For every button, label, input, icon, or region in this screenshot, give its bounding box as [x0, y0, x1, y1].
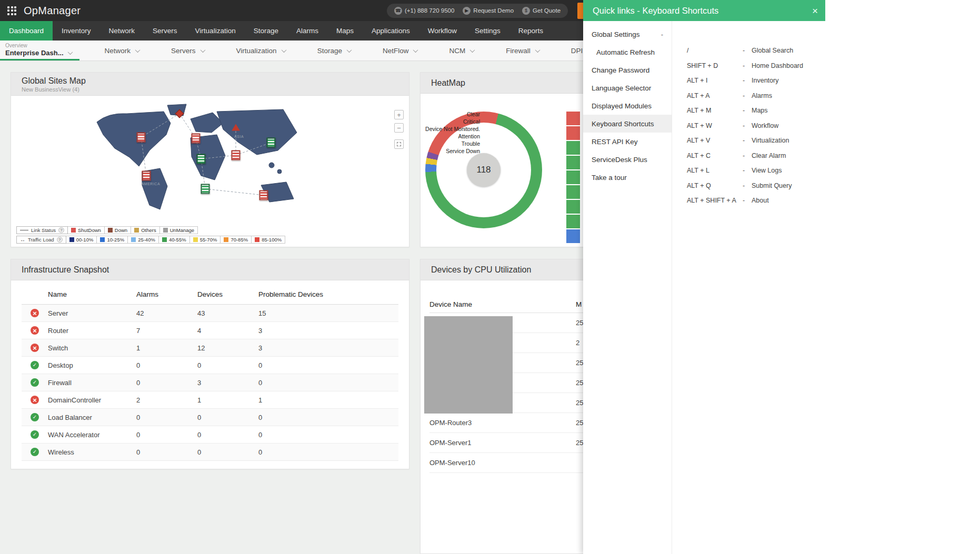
- zoom-in-button[interactable]: +: [394, 110, 404, 119]
- help-icon[interactable]: ?: [58, 227, 64, 233]
- quicklinks-menu-item[interactable]: Keyboard Shortcuts: [583, 115, 672, 133]
- heatmap-legend-label: Device Not Monitored.: [421, 125, 480, 133]
- nav-item[interactable]: Settings: [466, 21, 509, 41]
- subnav-item-label: Firewall: [506, 47, 531, 55]
- status-icon: [31, 344, 39, 352]
- device-category-link[interactable]: Router: [48, 327, 136, 335]
- quicklinks-menu-item[interactable]: Take a tour: [583, 168, 672, 186]
- device-name-link[interactable]: OPM-Server10: [429, 459, 576, 467]
- heatmap-cell[interactable]: [566, 126, 580, 140]
- quicklinks-menu-item[interactable]: Language Selector: [583, 79, 672, 97]
- device-category-link[interactable]: WAN Accelerator: [48, 431, 136, 439]
- legend-item: Others: [131, 226, 160, 234]
- device-marker-icon[interactable]: [267, 138, 276, 148]
- apps-grid-icon[interactable]: [7, 6, 16, 15]
- subnav-overview-tab[interactable]: Overview Enterprise Dash...: [0, 41, 79, 61]
- subnav-item[interactable]: Network: [89, 41, 156, 61]
- zoom-out-button[interactable]: −: [394, 123, 404, 133]
- get-quote-link[interactable]: $ Get Quote: [522, 7, 561, 15]
- nav-item[interactable]: Reports: [509, 21, 552, 41]
- device-category-link[interactable]: Load Balancer: [48, 414, 136, 421]
- heatmap-cell[interactable]: [566, 156, 580, 169]
- device-marker-icon[interactable]: [232, 150, 241, 160]
- shortcut-keys: /: [687, 47, 743, 54]
- map-zoom-controls: + −: [394, 110, 404, 149]
- world-map[interactable]: ASIAAMERICA: [87, 102, 314, 234]
- nav-item[interactable]: Alarms: [287, 21, 327, 41]
- table-row[interactable]: Firewall 0 3 0: [22, 374, 398, 391]
- subnav-item-label: DPI: [571, 47, 583, 55]
- help-icon[interactable]: ?: [57, 237, 63, 243]
- nav-item-label: Servers: [153, 27, 177, 35]
- device-name-link[interactable]: OPM-Server1: [429, 439, 576, 447]
- nav-item[interactable]: Storage: [245, 21, 287, 41]
- heatmap-cell[interactable]: [566, 200, 580, 214]
- device-marker-icon[interactable]: [259, 190, 268, 200]
- device-marker-icon[interactable]: [191, 134, 200, 144]
- device-category-link[interactable]: Server: [48, 309, 136, 317]
- nav-item[interactable]: Virtualization: [186, 21, 245, 41]
- quicklinks-menu-item[interactable]: Change Password: [583, 61, 672, 79]
- nav-item[interactable]: Dashboard: [0, 21, 53, 41]
- heatmap-legend-label: Trouble: [421, 140, 480, 147]
- device-category-link[interactable]: Firewall: [48, 379, 136, 387]
- quicklinks-menu-item[interactable]: ServiceDesk Plus: [583, 150, 672, 168]
- status-icon: [31, 309, 39, 317]
- nav-item[interactable]: Applications: [363, 21, 419, 41]
- device-category-link[interactable]: Wireless: [48, 448, 136, 456]
- shortcut-row: ALT + I - Inventory: [687, 73, 861, 88]
- table-row[interactable]: Router 7 4 3: [22, 322, 398, 339]
- subnav-item[interactable]: NetFlow: [367, 41, 434, 61]
- quicklinks-menu-item[interactable]: Global Settings -: [583, 25, 672, 43]
- device-marker-icon[interactable]: [232, 124, 240, 131]
- table-row[interactable]: Load Balancer 0 0 0: [22, 409, 398, 426]
- legend-label: 00-10%: [76, 237, 94, 243]
- table-row[interactable]: Desktop 0 0 0: [22, 357, 398, 374]
- subnav-item[interactable]: NCM: [433, 41, 490, 61]
- heatmap-cell[interactable]: [566, 229, 580, 243]
- nav-item[interactable]: Workflow: [419, 21, 466, 41]
- nav-item[interactable]: Inventory: [53, 21, 100, 41]
- heatmap-cell[interactable]: [566, 185, 580, 199]
- subnav-item[interactable]: Storage: [302, 41, 367, 61]
- table-row[interactable]: Server 42 43 15: [22, 305, 398, 322]
- nav-item[interactable]: Maps: [327, 21, 363, 41]
- device-category-link[interactable]: Desktop: [48, 361, 136, 369]
- phone-link[interactable]: ☎ (+1) 888 720 9500: [394, 7, 454, 15]
- heatmap-cell[interactable]: [566, 215, 580, 228]
- legend-item: 10-25%: [97, 236, 128, 244]
- device-marker-icon[interactable]: [142, 171, 151, 181]
- subnav-item[interactable]: Firewall: [490, 41, 555, 61]
- nav-item[interactable]: Servers: [144, 21, 186, 41]
- table-row[interactable]: Wireless 0 0 0: [22, 444, 398, 461]
- nav-item[interactable]: Network: [100, 21, 144, 41]
- device-marker-icon[interactable]: [136, 133, 145, 143]
- table-row[interactable]: DomainController 2 1 1: [22, 391, 398, 409]
- status-icon: [31, 448, 39, 456]
- request-demo-link[interactable]: ▶ Request Demo: [463, 7, 514, 15]
- close-icon[interactable]: ×: [812, 6, 818, 16]
- device-category-link[interactable]: Switch: [48, 344, 136, 352]
- quicklinks-menu-item[interactable]: Automatic Refresh: [583, 43, 672, 61]
- shortcut-keys: ALT + L: [687, 167, 743, 174]
- subnav-item[interactable]: Servers: [155, 41, 221, 61]
- device-category-link[interactable]: DomainController: [48, 396, 136, 404]
- quicklinks-menu-item[interactable]: Displayed Modules: [583, 97, 672, 115]
- quicklinks-menu-item[interactable]: REST API Key: [583, 133, 672, 150]
- table-row[interactable]: Switch 1 12 3: [22, 339, 398, 357]
- overview-label: Overview: [5, 43, 72, 48]
- legend-label: 85-100%: [262, 237, 282, 243]
- subnav-item[interactable]: Virtualization: [221, 41, 302, 61]
- status-icon: [31, 361, 39, 369]
- legend-swatch: [131, 237, 136, 242]
- fullscreen-button[interactable]: [394, 139, 404, 149]
- heatmap-cell[interactable]: [566, 112, 580, 125]
- heatmap-cell[interactable]: [566, 141, 580, 155]
- device-marker-icon[interactable]: [196, 154, 205, 164]
- legend-item: ShutDown: [68, 226, 105, 234]
- heatmap-cell[interactable]: [566, 170, 580, 184]
- device-name-link[interactable]: OPM-Router3: [429, 419, 576, 427]
- panel-title: Global Sites Map: [22, 76, 398, 86]
- table-row[interactable]: WAN Accelerator 0 0 0: [22, 426, 398, 444]
- device-marker-icon[interactable]: [201, 184, 210, 194]
